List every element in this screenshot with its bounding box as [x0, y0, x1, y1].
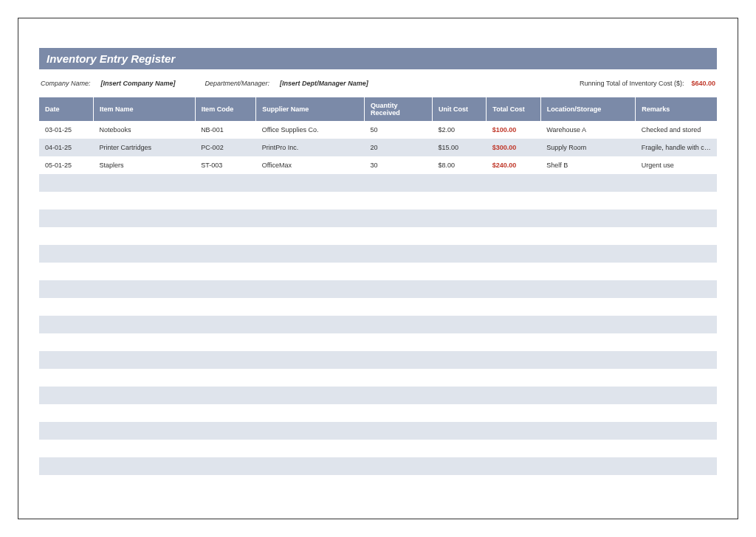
empty-cell [432, 369, 486, 387]
empty-cell [487, 245, 540, 263]
cell-item: Notebooks [93, 121, 195, 139]
empty-cell [195, 209, 256, 227]
cell-unit: $8.00 [432, 156, 486, 174]
empty-cell [39, 369, 93, 387]
empty-cell [39, 404, 93, 422]
empty-cell [432, 422, 486, 440]
company-label: Company Name: [41, 80, 91, 87]
cell-loc: Warehouse A [540, 121, 636, 139]
empty-cell [540, 351, 636, 369]
empty-cell [487, 387, 540, 404]
empty-cell [540, 387, 636, 404]
table-row-empty [39, 280, 717, 298]
cell-loc: Supply Room [540, 139, 636, 156]
empty-cell [256, 316, 365, 333]
cell-code: PC-002 [195, 139, 256, 156]
empty-cell [540, 316, 636, 333]
empty-cell [432, 192, 486, 209]
table-header-row: Date Item Name Item Code Supplier Name Q… [39, 97, 717, 121]
running-total-value: $640.00 [691, 80, 715, 87]
empty-cell [432, 475, 486, 493]
table-row-empty [39, 351, 717, 369]
empty-cell [256, 369, 365, 387]
table-row-empty [39, 316, 717, 333]
running-total: Running Total of Inventory Cost ($): $64… [580, 80, 715, 87]
running-total-label: Running Total of Inventory Cost ($): [580, 80, 684, 87]
empty-cell [256, 209, 365, 227]
empty-cell [432, 333, 486, 351]
empty-cell [365, 209, 433, 227]
empty-cell [39, 174, 93, 192]
empty-cell [256, 263, 365, 280]
empty-cell [256, 475, 365, 493]
cell-total: $300.00 [487, 139, 540, 156]
empty-cell [39, 387, 93, 404]
empty-cell [93, 351, 195, 369]
table-row-empty [39, 475, 717, 493]
empty-cell [365, 440, 433, 457]
empty-cell [636, 245, 717, 263]
empty-cell [487, 351, 540, 369]
empty-cell [540, 245, 636, 263]
empty-cell [432, 227, 486, 245]
empty-cell [93, 298, 195, 316]
empty-cell [432, 440, 486, 457]
empty-cell [540, 333, 636, 351]
empty-cell [256, 351, 365, 369]
empty-cell [432, 457, 486, 475]
empty-cell [365, 387, 433, 404]
empty-cell [487, 192, 540, 209]
empty-cell [365, 280, 433, 298]
header-unit: Unit Cost [432, 97, 486, 121]
title-bar: Inventory Entry Register [39, 48, 717, 69]
cell-supplier: PrintPro Inc. [256, 139, 365, 156]
empty-cell [636, 192, 717, 209]
empty-cell [487, 475, 540, 493]
empty-cell [636, 422, 717, 440]
empty-cell [195, 351, 256, 369]
empty-cell [540, 440, 636, 457]
empty-cell [39, 351, 93, 369]
empty-cell [256, 333, 365, 351]
table-row-empty [39, 192, 717, 209]
empty-cell [540, 192, 636, 209]
empty-cell [93, 387, 195, 404]
empty-cell [93, 280, 195, 298]
table-row: 04-01-25Printer CartridgesPC-002PrintPro… [39, 139, 717, 156]
empty-cell [39, 209, 93, 227]
empty-cell [39, 245, 93, 263]
cell-remarks: Urgent use [636, 156, 717, 174]
empty-cell [256, 387, 365, 404]
inventory-table: Date Item Name Item Code Supplier Name Q… [39, 97, 717, 493]
empty-cell [636, 369, 717, 387]
header-total: Total Cost [487, 97, 540, 121]
table-row-empty [39, 333, 717, 351]
empty-cell [256, 422, 365, 440]
cell-unit: $2.00 [432, 121, 486, 139]
cell-total: $240.00 [487, 156, 540, 174]
empty-cell [39, 280, 93, 298]
empty-cell [195, 333, 256, 351]
empty-cell [39, 422, 93, 440]
cell-code: NB-001 [195, 121, 256, 139]
empty-cell [487, 298, 540, 316]
table-row: 03-01-25NotebooksNB-001Office Supplies C… [39, 121, 717, 139]
info-row: Company Name: [Insert Company Name] Depa… [39, 80, 717, 87]
empty-cell [432, 404, 486, 422]
empty-cell [195, 263, 256, 280]
empty-cell [540, 475, 636, 493]
empty-cell [93, 404, 195, 422]
header-supplier: Supplier Name [256, 97, 365, 121]
empty-cell [256, 227, 365, 245]
empty-cell [195, 174, 256, 192]
company-value: [Insert Company Name] [101, 80, 176, 87]
empty-cell [256, 440, 365, 457]
table-row-empty [39, 404, 717, 422]
empty-cell [256, 192, 365, 209]
empty-cell [432, 245, 486, 263]
header-date: Date [39, 97, 93, 121]
header-qty: Quantity Received [365, 97, 433, 121]
empty-cell [540, 422, 636, 440]
empty-cell [432, 298, 486, 316]
cell-remarks: Fragile, handle with care [636, 139, 717, 156]
